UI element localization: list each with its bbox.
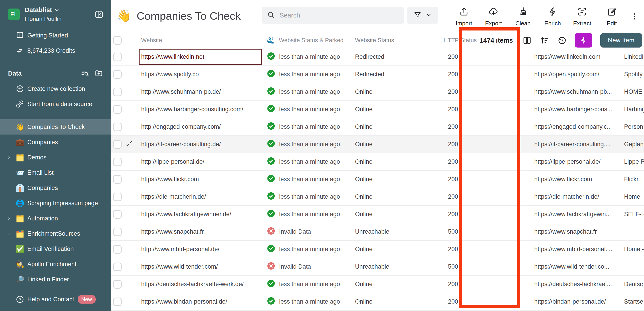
row-checkbox[interactable] (113, 297, 122, 306)
cell-website-status[interactable]: Redirected (348, 66, 409, 83)
expand-chevron-icon[interactable]: › (8, 154, 16, 161)
clean-button[interactable]: Clean (508, 4, 538, 29)
cell-check-status[interactable]: Invalid Data (264, 223, 348, 240)
sidebar-item-create-new-collection[interactable]: Create new collection (0, 81, 111, 96)
cell-check-status[interactable]: less than a minute ago (264, 48, 348, 66)
cell-website-status[interactable]: Online (348, 171, 409, 188)
cell-check-status[interactable]: less than a minute ago (264, 206, 348, 223)
collapse-sidebar-icon[interactable] (94, 9, 104, 20)
cell-final-url[interactable]: https://lippe-personal.de/ (512, 153, 620, 170)
cell-website[interactable]: https://die-matcherin.de/ (139, 188, 264, 205)
cell-http-code[interactable]: 500 (409, 258, 512, 275)
sidebar-item-help[interactable]: ? Help and Contact New (0, 292, 111, 307)
automation-bolt-button[interactable] (575, 33, 592, 48)
cell-check-status[interactable]: less than a minute ago (264, 101, 348, 118)
cell-website-status[interactable]: Online (348, 118, 409, 135)
cell-website-status[interactable]: Online (348, 241, 409, 258)
more-options-icon[interactable] (628, 9, 641, 24)
cell-page-title[interactable]: Home - (620, 188, 644, 205)
cell-page-title[interactable]: HOME (620, 83, 644, 100)
cell-website-status[interactable]: Online (348, 188, 409, 205)
cell-website[interactable]: http://www.mbfd-personal.de/ (139, 241, 264, 258)
row-checkbox[interactable] (113, 123, 122, 131)
cell-website[interactable]: https://www.wild-tender.com/ (139, 258, 264, 275)
sidebar-item-getting-started[interactable]: Getting Started (0, 28, 111, 43)
cell-website[interactable]: https://www.flickr.com (139, 171, 264, 188)
cell-page-title[interactable]: LinkedI (620, 48, 644, 66)
cell-check-status[interactable]: less than a minute ago (264, 171, 348, 188)
cell-http-code[interactable]: 200 (409, 66, 512, 83)
sidebar-item-automation[interactable]: ›🗂️Automation (0, 211, 111, 226)
cell-website[interactable]: http://engaged-company.com/ (139, 118, 264, 135)
cell-final-url[interactable]: https://www.harbinger-cons... (512, 101, 620, 118)
sort-icon[interactable] (540, 36, 549, 45)
cell-final-url[interactable]: https://it-career-consulting.... (512, 136, 620, 153)
cell-http-code[interactable]: 200 (409, 101, 512, 118)
cell-check-status[interactable]: less than a minute ago (264, 66, 348, 83)
row-checkbox[interactable] (113, 228, 122, 236)
sidebar-item-companies-to-check[interactable]: 👋Companies To Check (0, 119, 111, 135)
cell-check-status[interactable]: less than a minute ago (264, 188, 348, 205)
cell-website-status[interactable]: Online (348, 136, 409, 153)
cell-website-status[interactable]: Online (348, 275, 409, 293)
cell-website-status[interactable]: Redirected (348, 48, 409, 66)
sidebar-item-companies[interactable]: 💼Companies (0, 135, 111, 150)
cell-check-status[interactable]: less than a minute ago (264, 275, 348, 293)
columns-icon[interactable] (522, 36, 532, 45)
cell-final-url[interactable]: https://www.fachkraftgewin... (512, 206, 620, 223)
row-checkbox[interactable] (113, 140, 122, 149)
column-header-parked[interactable]: 🌊Website Status & Parked . (264, 33, 348, 48)
cell-website[interactable]: http://lippe-personal.de/ (139, 153, 264, 170)
export-button[interactable]: Export (479, 4, 508, 29)
sidebar-item-email-verification[interactable]: ✅Email Verification (0, 241, 111, 256)
sidebar-item-scraping-impressum-page[interactable]: 🌐Scraping Impressum page (0, 195, 111, 211)
new-folder-icon[interactable] (95, 69, 103, 78)
cell-page-title[interactable]: Geplant (620, 136, 644, 153)
cell-check-status[interactable]: less than a minute ago (264, 293, 348, 310)
cell-website[interactable]: https://www.fachkraftgewinner.de/ (139, 206, 264, 223)
cell-check-status[interactable]: Invalid Data (264, 258, 348, 275)
row-checkbox[interactable] (113, 53, 122, 61)
sidebar-item-linkedin-finder[interactable]: 🔎LinkedIn Finder (0, 272, 111, 287)
history-icon[interactable] (557, 36, 567, 45)
cell-http-code[interactable]: 500 (409, 223, 512, 240)
row-checkbox[interactable] (113, 280, 122, 288)
cell-page-title[interactable]: Harbing (620, 101, 644, 118)
cell-website[interactable]: https://www.linkedin.net (139, 48, 264, 66)
cell-http-code[interactable]: 200 (409, 293, 512, 310)
cell-check-status[interactable]: less than a minute ago (264, 136, 348, 153)
cell-page-title[interactable]: Spotify (620, 66, 644, 83)
cell-website[interactable]: http://www.schuhmann-pb.de/ (139, 83, 264, 100)
cell-website-status[interactable]: Online (348, 293, 409, 310)
sidebar-item-apollo-enrichment[interactable]: 🕵️Apollo Enrichment (0, 256, 111, 272)
row-checkbox[interactable] (113, 70, 122, 79)
workspace-meta[interactable]: Datablist Florian Poullin (25, 6, 94, 23)
cell-page-title[interactable]: SELF-R (620, 206, 644, 223)
cell-website[interactable]: https://it-career-consulting.de/ (139, 136, 264, 153)
row-checkbox[interactable] (113, 193, 122, 201)
cell-final-url[interactable]: https://engaged-company.c... (512, 118, 620, 135)
cell-page-title[interactable]: Home - (620, 241, 644, 258)
cell-page-title[interactable]: Lippe P (620, 153, 644, 170)
row-checkbox[interactable] (113, 105, 122, 114)
row-checkbox[interactable] (113, 210, 122, 219)
cell-http-code[interactable]: 200 (409, 171, 512, 188)
workspace-name[interactable]: Datablist (25, 6, 94, 14)
row-checkbox[interactable] (113, 175, 122, 184)
cell-page-title[interactable]: Startse (620, 293, 644, 310)
cell-http-code[interactable]: 200 (409, 153, 512, 170)
sidebar-item-enrichmentsources[interactable]: ›🗂️EnrichmentSources (0, 226, 111, 241)
row-checkbox[interactable] (113, 158, 122, 166)
cell-final-url[interactable]: https://deutsches-fachkraef... (512, 275, 620, 293)
cell-final-url[interactable]: https://www.linkedin.com (512, 48, 620, 66)
cell-website-status[interactable]: Online (348, 153, 409, 170)
cell-final-url[interactable]: https://www.flickr.com (512, 171, 620, 188)
cell-http-code[interactable]: 200 (409, 83, 512, 100)
cell-website-status[interactable]: Online (348, 83, 409, 100)
cell-final-url[interactable]: https://bindan-personal.de/ (512, 293, 620, 310)
sidebar-item-8-674-233-credits[interactable]: 8,674,233 Credits (0, 43, 111, 58)
cell-website[interactable]: https://www.bindan-personal.de/ (139, 293, 264, 310)
new-item-button[interactable]: New Item (600, 33, 642, 48)
cell-page-title[interactable] (620, 258, 644, 275)
row-checkbox[interactable] (113, 262, 122, 271)
